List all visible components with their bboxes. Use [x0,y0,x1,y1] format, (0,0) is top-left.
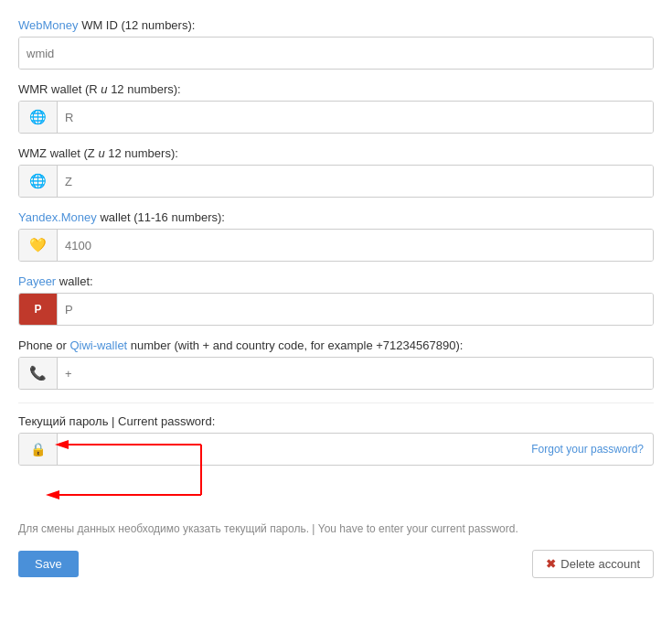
wmr-label: WMR wallet (R и 12 numbers): [18,82,654,96]
phone-label-suffix: number (with + and country code, for exa… [127,338,463,352]
globe-icon-wmr: 🌐 [19,102,58,133]
phone-label-prefix: Phone or [18,338,69,352]
delete-account-label: Delete account [560,557,640,571]
password-note: Для смены данных необходимо указать теку… [18,521,654,537]
password-label-sep: | [108,414,118,428]
phone-input-wrapper: 📞 [18,357,654,390]
forgot-password-link[interactable]: Forgot your password? [522,443,653,456]
payeer-icon: P [19,294,58,325]
note-en: You have to enter your current password. [318,522,518,535]
wmid-input[interactable] [19,38,653,69]
wmz-group: WMZ wallet (Z и 12 numbers): 🌐 [18,146,654,198]
phone-input[interactable] [58,358,653,389]
globe-icon-wmz: 🌐 [19,166,58,197]
phone-label: Phone or Qiwi-wallet number (with + and … [18,338,654,352]
payeer-group: Payeer wallet: P [18,274,654,326]
payeer-input[interactable] [58,294,653,325]
yandex-group: Yandex.Money wallet (11-16 numbers): 💛 [18,210,654,262]
phone-group: Phone or Qiwi-wallet number (with + and … [18,338,654,390]
note-ru: Для смены данных необходимо указать теку… [18,522,309,535]
note-sep: | [309,522,318,535]
password-group: Текущий пароль | Current password: 🔒 For… [18,402,654,537]
wmz-input[interactable] [58,166,653,197]
password-input-wrapper: 🔒 Forgot your password? [18,433,654,466]
wmr-label-text: WMR wallet (R и 12 numbers): [18,82,181,96]
payeer-label-suffix: wallet: [56,274,92,288]
yandex-link-text: Yandex.Money [18,210,97,224]
svg-marker-4 [46,490,59,499]
wmz-label-text: WMZ wallet (Z и 12 numbers): [18,146,178,160]
lock-icon: 🔒 [19,434,58,465]
yandex-label-suffix: wallet (11-16 numbers): [97,210,225,224]
payeer-label: Payeer wallet: [18,274,654,288]
password-label-ru: Текущий пароль [18,414,108,428]
wmid-label-rest: WM ID (12 numbers): [79,18,196,32]
phone-icon: 📞 [19,358,58,389]
password-input[interactable] [58,434,522,465]
wmid-group: WebMoney WM ID (12 numbers): [18,18,654,70]
wmid-label: WebMoney WM ID (12 numbers): [18,18,654,32]
wmr-input[interactable] [58,102,653,133]
delete-x-icon: ✖ [546,557,556,571]
payeer-link-text: Payeer [18,274,56,288]
password-label: Текущий пароль | Current password: [18,414,654,428]
button-row: Save ✖ Delete account [18,550,654,578]
yandex-icon: 💛 [19,230,58,261]
save-button[interactable]: Save [18,551,79,577]
wmr-input-wrapper: 🌐 [18,101,654,134]
delete-account-button[interactable]: ✖ Delete account [532,550,654,578]
qiwi-link[interactable]: Qiwi-wallet [69,338,127,352]
yandex-input-wrapper: 💛 [18,229,654,262]
yandex-label: Yandex.Money wallet (11-16 numbers): [18,210,654,224]
payeer-input-wrapper: P [18,293,654,326]
wmz-label: WMZ wallet (Z и 12 numbers): [18,146,654,160]
password-label-en: Current password: [118,414,215,428]
wmz-input-wrapper: 🌐 [18,165,654,198]
wmid-input-wrapper [18,37,654,70]
wmr-group: WMR wallet (R и 12 numbers): 🌐 [18,82,654,134]
webmoney-link-text: WebMoney [18,18,79,32]
yandex-input[interactable] [58,230,653,261]
